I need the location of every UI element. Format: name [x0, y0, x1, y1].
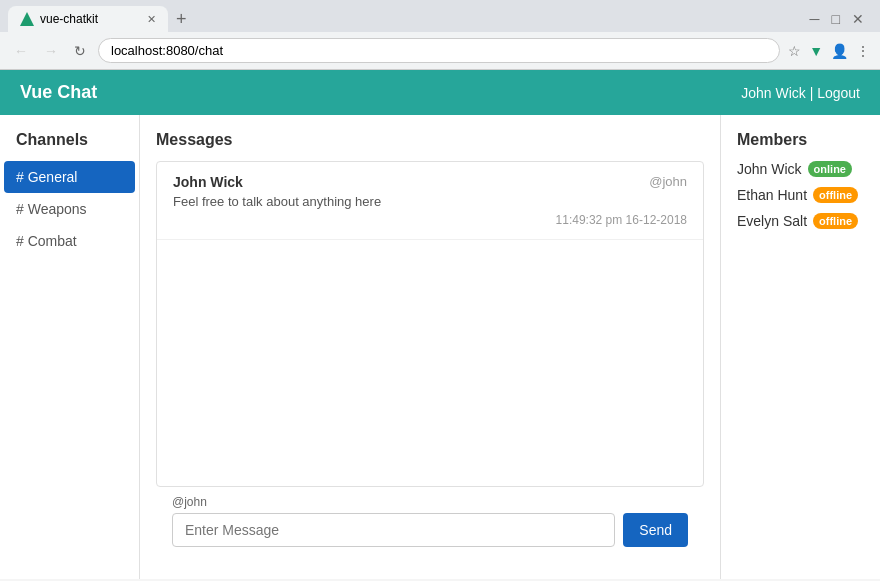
browser-icons: ☆ ▼ 👤 ⋮ [788, 43, 870, 59]
app-title: Vue Chat [20, 82, 97, 103]
send-button[interactable]: Send [623, 513, 688, 547]
header-user-info: John Wick | Logout [741, 85, 860, 101]
refresh-button[interactable]: ↻ [70, 41, 90, 61]
channel-item-weapons[interactable]: # Weapons [0, 193, 139, 225]
message-header: John Wick @john [173, 174, 687, 190]
new-tab-button[interactable]: + [176, 9, 187, 30]
bookmark-icon[interactable]: ☆ [788, 43, 801, 59]
message-author: John Wick [173, 174, 243, 190]
profile-icon[interactable]: 👤 [831, 43, 848, 59]
messages-list: John Wick @john Feel free to talk about … [156, 161, 704, 487]
message-time: 11:49:32 pm 16-12-2018 [173, 213, 687, 227]
message-item: John Wick @john Feel free to talk about … [157, 162, 703, 240]
status-badge-john: online [808, 161, 852, 177]
member-name-john: John Wick [737, 161, 802, 177]
member-item-evelyn: Evelyn Salt offline [737, 213, 864, 229]
header-username: John Wick [741, 85, 806, 101]
active-tab[interactable]: vue-chatkit ✕ [8, 6, 168, 32]
header-separator: | [810, 85, 814, 101]
member-name-evelyn: Evelyn Salt [737, 213, 807, 229]
logout-button[interactable]: Logout [817, 85, 860, 101]
members-title: Members [737, 131, 864, 149]
input-row: Send [172, 513, 688, 547]
close-button[interactable]: ✕ [852, 11, 864, 27]
nav-bar: ← → ↻ ☆ ▼ 👤 ⋮ [0, 32, 880, 69]
message-input[interactable] [172, 513, 615, 547]
app: Vue Chat John Wick | Logout Channels # G… [0, 70, 880, 579]
message-handle: @john [649, 174, 687, 190]
back-button[interactable]: ← [10, 41, 32, 61]
address-bar[interactable] [98, 38, 780, 63]
browser-chrome: vue-chatkit ✕ + ─ □ ✕ ← → ↻ ☆ ▼ 👤 ⋮ [0, 0, 880, 70]
messages-title: Messages [156, 131, 704, 149]
member-name-ethan: Ethan Hunt [737, 187, 807, 203]
member-item-john: John Wick online [737, 161, 864, 177]
input-area: @john Send [156, 495, 704, 563]
app-body: Channels # General # Weapons # Combat Me… [0, 115, 880, 579]
status-badge-ethan: offline [813, 187, 858, 203]
message-text: Feel free to talk about anything here [173, 194, 687, 209]
channels-title: Channels [0, 131, 139, 161]
members-sidebar: Members John Wick online Ethan Hunt offl… [720, 115, 880, 579]
app-header: Vue Chat John Wick | Logout [0, 70, 880, 115]
channel-item-general[interactable]: # General [4, 161, 135, 193]
status-badge-evelyn: offline [813, 213, 858, 229]
extensions-icon[interactable]: ▼ [809, 43, 823, 59]
channel-item-combat[interactable]: # Combat [0, 225, 139, 257]
tab-title: vue-chatkit [40, 12, 98, 26]
messages-area: Messages John Wick @john Feel free to ta… [140, 115, 720, 579]
input-user-label: @john [172, 495, 688, 509]
tab-bar: vue-chatkit ✕ + ─ □ ✕ [0, 0, 880, 32]
menu-icon[interactable]: ⋮ [856, 43, 870, 59]
forward-button[interactable]: → [40, 41, 62, 61]
tab-favicon [20, 12, 34, 26]
tab-close-button[interactable]: ✕ [147, 13, 156, 26]
channels-sidebar: Channels # General # Weapons # Combat [0, 115, 140, 579]
minimize-button[interactable]: ─ [810, 11, 820, 27]
member-item-ethan: Ethan Hunt offline [737, 187, 864, 203]
maximize-button[interactable]: □ [832, 11, 840, 27]
